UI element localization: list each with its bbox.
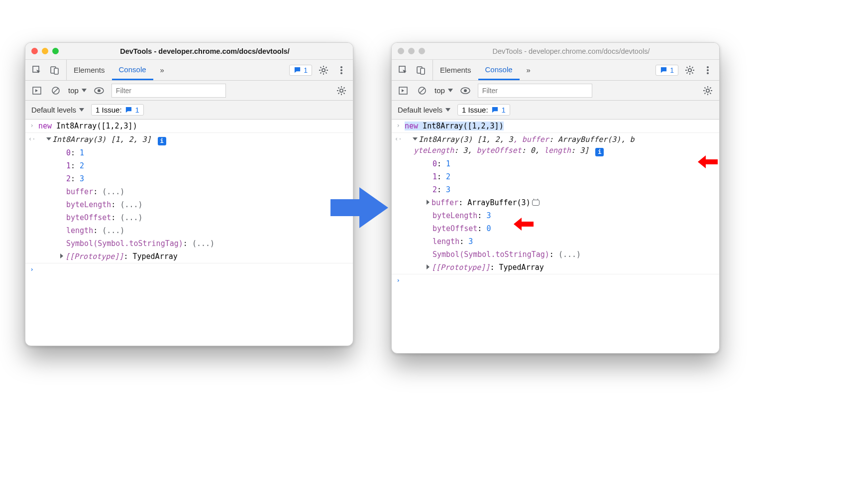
titlebar[interactable]: DevTools - developer.chrome.com/docs/dev… — [392, 43, 719, 60]
console-settings-icon[interactable] — [701, 84, 714, 97]
settings-icon[interactable] — [317, 64, 330, 77]
zoom-icon[interactable] — [419, 48, 425, 54]
prop-row[interactable]: 2: 3 — [392, 183, 719, 196]
context-selector[interactable]: top — [434, 86, 453, 95]
prop-row[interactable]: 1: 2 — [25, 159, 353, 172]
issues-badge[interactable]: 1 Issue: 1 — [457, 104, 510, 116]
prop-row-buffer[interactable]: buffer: ArrayBuffer(3) — [392, 196, 719, 209]
minimize-icon[interactable] — [42, 48, 48, 54]
prop-row[interactable]: Symbol(Symbol.toStringTag): (...) — [25, 237, 353, 250]
prop-row[interactable]: length: (...) — [25, 224, 353, 237]
live-expression-icon[interactable] — [459, 84, 472, 97]
svg-rect-31 — [421, 68, 425, 74]
prop-row[interactable]: 2: 3 — [25, 172, 353, 185]
devtools-tabbar: Elements Console » 1 — [392, 60, 719, 81]
prop-row[interactable]: [[Prototype]]: TypedArray — [392, 261, 719, 274]
console-toolbar: top — [25, 81, 353, 101]
prop-row[interactable]: length: 3 — [392, 235, 719, 248]
clear-console-icon[interactable] — [49, 84, 62, 97]
tab-console[interactable]: Console — [478, 60, 520, 80]
traffic-lights — [31, 48, 59, 54]
expand-icon[interactable] — [60, 253, 63, 258]
console-output: › new Int8Array([1,2,3]) ‹· Int8Array(3)… — [25, 120, 353, 275]
inspect-icon[interactable] — [397, 64, 410, 77]
console-result-summary[interactable]: ‹· Int8Array(3) [1, 2, 3, buffer: ArrayB… — [392, 133, 719, 157]
zoom-icon[interactable] — [52, 48, 59, 54]
prop-row[interactable]: 0: 1 — [392, 157, 719, 170]
sidebar-toggle-icon[interactable] — [397, 84, 410, 97]
issues-badge[interactable]: 1 Issue: 1 — [91, 104, 144, 116]
svg-point-43 — [707, 72, 709, 74]
svg-line-8 — [321, 67, 322, 68]
console-toolbar: top — [392, 81, 719, 101]
expand-icon[interactable] — [413, 137, 418, 140]
tab-elements[interactable]: Elements — [433, 60, 478, 80]
settings-icon[interactable] — [683, 64, 696, 77]
levels-selector[interactable]: Default levels — [31, 106, 84, 114]
svg-point-13 — [340, 69, 342, 71]
console-settings-icon[interactable] — [335, 84, 348, 97]
svg-line-27 — [343, 87, 344, 88]
devtools-window-after: DevTools - developer.chrome.com/docs/dev… — [391, 42, 720, 354]
window-title: DevTools - developer.chrome.com/docs/dev… — [429, 47, 713, 55]
messages-badge[interactable]: 1 — [289, 65, 312, 76]
close-icon[interactable] — [398, 48, 404, 54]
minimize-icon[interactable] — [408, 48, 415, 54]
more-icon[interactable] — [701, 64, 714, 77]
prop-row[interactable]: [[Prototype]]: TypedArray — [25, 250, 353, 263]
device-toggle-icon[interactable] — [415, 64, 428, 77]
annotation-arrow-icon — [514, 218, 534, 231]
chevron-down-icon — [82, 89, 87, 92]
prop-row[interactable]: Symbol(Symbol.toStringTag): (...) — [392, 248, 719, 261]
messages-count: 1 — [670, 66, 674, 74]
filter-input[interactable] — [111, 84, 226, 98]
device-toggle-icon[interactable] — [48, 64, 61, 77]
svg-line-11 — [321, 72, 322, 73]
levels-selector[interactable]: Default levels — [398, 106, 450, 114]
live-expression-icon[interactable] — [93, 84, 106, 97]
prop-row[interactable]: byteLength: 3 — [392, 209, 719, 222]
close-icon[interactable] — [31, 48, 38, 54]
prop-row[interactable]: byteOffset: 0 — [392, 222, 719, 235]
expand-icon[interactable] — [46, 137, 51, 140]
tabs-overflow-icon[interactable]: » — [153, 60, 171, 80]
console-prompt[interactable]: › — [25, 263, 353, 275]
prop-row[interactable]: 1: 2 — [392, 170, 719, 183]
prop-row[interactable]: byteOffset: (...) — [25, 211, 353, 224]
svg-rect-2 — [54, 68, 58, 74]
expand-icon[interactable] — [427, 264, 430, 269]
svg-point-32 — [688, 68, 691, 71]
info-icon[interactable]: i — [595, 148, 604, 156]
svg-point-49 — [706, 89, 709, 92]
tab-elements[interactable]: Elements — [67, 60, 112, 80]
prop-row[interactable]: byteLength: (...) — [25, 198, 353, 211]
svg-point-48 — [464, 89, 467, 92]
prop-row[interactable]: buffer: (...) — [25, 185, 353, 198]
filter-input[interactable] — [478, 84, 592, 98]
sidebar-toggle-icon[interactable] — [30, 84, 43, 97]
svg-point-19 — [98, 89, 101, 92]
devtools-window-before: DevTools - developer.chrome.com/docs/dev… — [25, 42, 353, 346]
more-icon[interactable] — [335, 64, 348, 77]
clear-console-icon[interactable] — [416, 84, 429, 97]
svg-line-56 — [710, 87, 711, 88]
console-result-summary[interactable]: ‹· Int8Array(3) [1, 2, 3] i — [25, 133, 353, 146]
info-icon[interactable]: i — [158, 137, 166, 145]
svg-line-17 — [54, 88, 58, 93]
tab-console[interactable]: Console — [112, 60, 153, 80]
svg-line-10 — [326, 67, 326, 68]
prop-row[interactable]: 0: 1 — [25, 146, 353, 159]
console-prompt[interactable]: › — [392, 274, 719, 286]
console-input-row[interactable]: › new Int8Array([1,2,3]) — [392, 120, 719, 133]
console-input-row[interactable]: › new Int8Array([1,2,3]) — [25, 120, 353, 133]
inspect-icon[interactable] — [30, 64, 43, 77]
memory-icon[interactable] — [532, 200, 540, 206]
svg-point-14 — [340, 72, 342, 74]
titlebar[interactable]: DevTools - developer.chrome.com/docs/dev… — [25, 43, 353, 60]
svg-line-38 — [692, 72, 693, 73]
traffic-lights — [398, 48, 425, 54]
expand-icon[interactable] — [427, 200, 430, 205]
messages-badge[interactable]: 1 — [655, 65, 678, 76]
tabs-overflow-icon[interactable]: » — [520, 60, 538, 80]
context-selector[interactable]: top — [68, 86, 87, 95]
